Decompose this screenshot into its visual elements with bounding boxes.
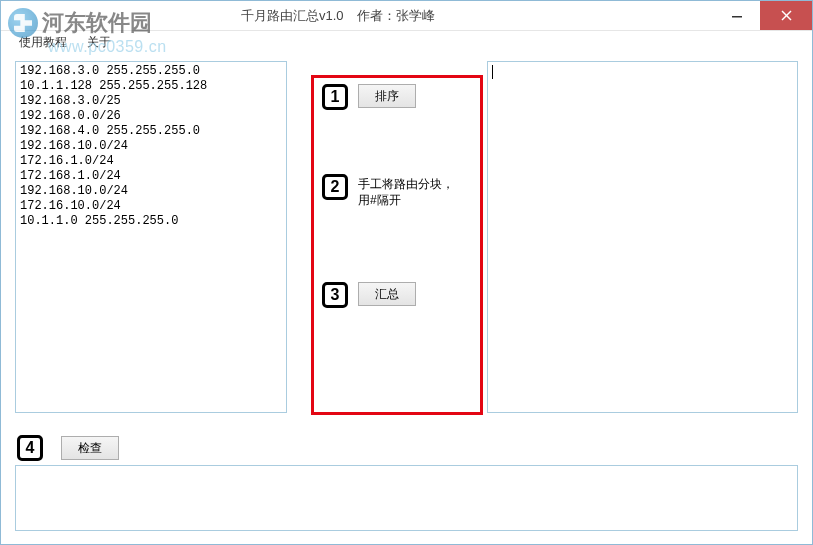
step-2: 2 手工将路由分块，用#隔开 bbox=[322, 174, 480, 208]
menu-tutorial[interactable]: 使用教程 bbox=[19, 34, 67, 51]
step-3: 3 汇总 bbox=[322, 282, 480, 308]
step-number-icon: 4 bbox=[17, 435, 43, 461]
minimize-button[interactable] bbox=[714, 1, 760, 30]
text-caret-icon bbox=[492, 65, 493, 79]
menu-about[interactable]: 关于 bbox=[87, 34, 111, 51]
close-button[interactable] bbox=[760, 1, 812, 30]
check-output[interactable] bbox=[15, 465, 798, 531]
app-window: 千月路由汇总v1.0 作者：张学峰 使用教程 关于 1 排序 2 手工将路由分块… bbox=[0, 0, 813, 545]
titlebar: 千月路由汇总v1.0 作者：张学峰 bbox=[1, 1, 812, 31]
content-area: 1 排序 2 手工将路由分块，用#隔开 3 汇总 4 检查 bbox=[15, 57, 798, 534]
routes-input[interactable] bbox=[15, 61, 287, 413]
step-number-icon: 3 bbox=[322, 282, 348, 308]
check-button[interactable]: 检查 bbox=[61, 436, 119, 460]
step-4-row: 4 检查 bbox=[17, 435, 119, 461]
window-title: 千月路由汇总v1.0 作者：张学峰 bbox=[231, 7, 714, 25]
step-2-instruction: 手工将路由分块，用#隔开 bbox=[358, 174, 458, 208]
steps-panel: 1 排序 2 手工将路由分块，用#隔开 3 汇总 bbox=[311, 75, 483, 415]
step-1: 1 排序 bbox=[322, 84, 480, 110]
menubar: 使用教程 关于 bbox=[1, 31, 812, 53]
step-number-icon: 2 bbox=[322, 174, 348, 200]
step-number-icon: 1 bbox=[322, 84, 348, 110]
output-textarea[interactable] bbox=[487, 61, 798, 413]
summarize-button[interactable]: 汇总 bbox=[358, 282, 416, 306]
svg-rect-0 bbox=[732, 16, 742, 18]
sort-button[interactable]: 排序 bbox=[358, 84, 416, 108]
